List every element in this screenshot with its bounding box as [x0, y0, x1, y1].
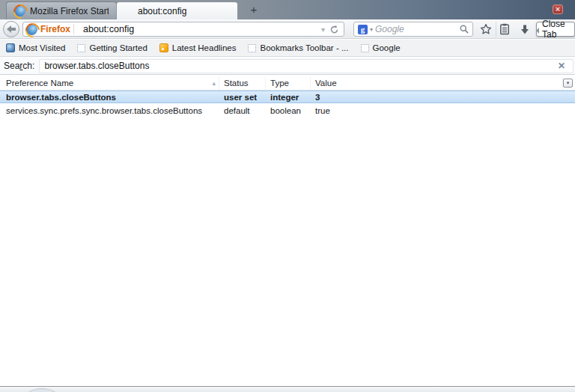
- firefox-logo-icon: [26, 24, 37, 35]
- tab-about-config[interactable]: about:config: [116, 1, 238, 19]
- magnifier-icon[interactable]: [460, 25, 469, 34]
- firefox-logo-icon: [14, 5, 25, 16]
- feed-icon: [159, 43, 168, 52]
- about-config-page: Search: browser.tabs.closeButtons ✕ Pref…: [0, 58, 575, 386]
- column-value[interactable]: Value: [311, 76, 563, 90]
- sort-ascending-icon: ▴: [212, 79, 219, 87]
- pref-value: true: [311, 106, 575, 115]
- url-history-dropdown-icon[interactable]: ▾: [318, 25, 328, 34]
- pref-type: integer: [266, 93, 311, 102]
- bookmarks-menu-button[interactable]: [496, 22, 512, 37]
- clipboard-icon: [499, 23, 510, 35]
- bookmark-google[interactable]: Google: [356, 42, 405, 54]
- filter-value[interactable]: browser.tabs.closeButtons: [44, 61, 555, 71]
- bookmark-placeholder-icon: [248, 44, 256, 52]
- search-input[interactable]: Google: [375, 24, 457, 34]
- bookmark-label: Most Visited: [19, 43, 65, 52]
- pref-type: boolean: [266, 106, 311, 115]
- bookmark-label: Getting Started: [89, 43, 147, 52]
- column-type[interactable]: Type: [266, 76, 311, 90]
- tab-label: Mozilla Firefox Start Page: [30, 6, 109, 16]
- tab-start-page[interactable]: Mozilla Firefox Start Page: [6, 1, 117, 19]
- bookmark-latest-headlines[interactable]: Latest Headlines: [155, 42, 241, 54]
- google-favicon[interactable]: g: [358, 25, 368, 34]
- column-preference-name[interactable]: Preference Name ▴: [0, 76, 219, 90]
- bookmark-placeholder-icon: [77, 44, 85, 52]
- smart-folder-icon: [6, 43, 15, 52]
- window-close-button[interactable]: ×: [553, 4, 563, 14]
- site-identity[interactable]: Firefox: [23, 22, 79, 36]
- pref-value: 3: [311, 93, 575, 102]
- reload-button[interactable]: [328, 25, 344, 34]
- bookmark-bookmarks-toolbar[interactable]: Bookmarks Toolbar - ...: [243, 42, 353, 54]
- clear-filter-icon[interactable]: ✕: [555, 61, 568, 71]
- preference-row-selected[interactable]: browser.tabs.closeButtons user set integ…: [0, 91, 575, 103]
- firefox-window: Mozilla Firefox Start Page about:config …: [0, 0, 575, 392]
- column-picker-icon[interactable]: ▾: [563, 79, 573, 88]
- identity-label: Firefox: [40, 24, 70, 34]
- downloads-button[interactable]: [517, 22, 533, 37]
- new-tab-button[interactable]: +: [246, 4, 262, 16]
- bookmarks-toolbar: Most Visited Getting Started Latest Head…: [0, 40, 575, 57]
- pref-status: user set: [219, 93, 266, 102]
- tab-label: about:config: [138, 6, 186, 16]
- preferences-table-header: Preference Name ▴ Status Type Value ▾: [0, 76, 575, 91]
- back-button[interactable]: [3, 21, 19, 37]
- preference-row[interactable]: services.sync.prefs.sync.browser.tabs.cl…: [0, 104, 575, 117]
- bookmark-label: Google: [373, 43, 401, 52]
- bookmark-label: Latest Headlines: [172, 43, 237, 52]
- back-arrow-icon: [7, 25, 16, 33]
- reload-icon: [329, 25, 339, 34]
- pref-name: services.sync.prefs.sync.browser.tabs.cl…: [0, 106, 219, 115]
- bookmark-star-button[interactable]: [478, 22, 494, 37]
- navigation-toolbar: Firefox about:config ▾ g ▾ Google: [0, 19, 575, 39]
- url-input[interactable]: about:config: [79, 24, 318, 34]
- bookmark-placeholder-icon: [361, 44, 369, 52]
- download-arrow-icon: [520, 24, 530, 35]
- pref-status: default: [219, 106, 266, 115]
- filter-label: Search:: [0, 61, 39, 71]
- bookmark-getting-started[interactable]: Getting Started: [73, 42, 151, 54]
- tab-strip: Mozilla Firefox Start Page about:config …: [0, 0, 575, 19]
- search-engine-dropdown-icon[interactable]: ▾: [370, 26, 373, 33]
- identity-separator: [73, 24, 74, 34]
- config-filter-bar: Search: browser.tabs.closeButtons ✕: [0, 58, 575, 75]
- bookmark-label: Bookmarks Toolbar - ...: [260, 43, 348, 52]
- close-tab-button[interactable]: Close Tab: [536, 22, 575, 37]
- pref-name: browser.tabs.closeButtons: [0, 93, 219, 102]
- url-bar[interactable]: Firefox about:config ▾: [22, 22, 344, 37]
- bookmark-most-visited[interactable]: Most Visited: [1, 42, 70, 54]
- star-icon: [480, 23, 492, 35]
- search-box[interactable]: g ▾ Google: [353, 22, 473, 37]
- column-status[interactable]: Status: [219, 76, 266, 90]
- filter-input[interactable]: browser.tabs.closeButtons ✕: [39, 59, 574, 73]
- taskbar-edge: [0, 386, 575, 392]
